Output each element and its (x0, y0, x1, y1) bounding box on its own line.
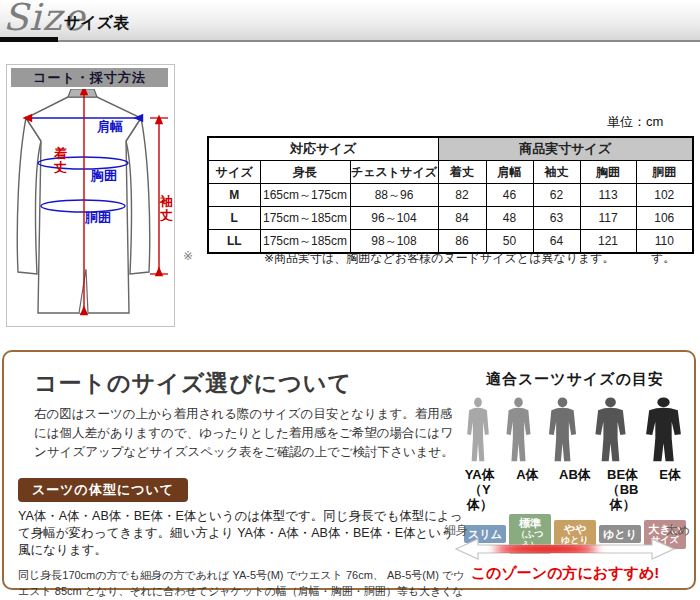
cell: L (208, 207, 260, 230)
unit-label: 単位：cm (607, 113, 663, 131)
label-shoulder-width: 肩幅 (97, 120, 123, 134)
body-type-silhouettes (456, 397, 694, 463)
col-chest: 胸囲 (580, 161, 636, 184)
guide-heading: コートのサイズ選びについて (34, 368, 458, 399)
label-waist: 胴囲 (85, 211, 111, 225)
body-type-labels: YA体 （Y体） A体 AB体 BE体 （BB体） E体 (456, 467, 694, 512)
col-size: サイズ (208, 161, 260, 184)
body-type-paragraph: YA体・A体・AB体・BE体・E体というのは体型です。同じ身長でも体型によって身… (18, 508, 463, 559)
cell: 106 (636, 207, 693, 230)
cell: 82 (438, 184, 486, 207)
cell: 48 (486, 207, 533, 230)
logo-underline (0, 37, 58, 42)
silhouette-ab-icon (545, 397, 580, 463)
label-main: BE体 (599, 467, 647, 482)
col-chest-size: チェストサイズ (350, 161, 438, 184)
size-spec-table: 対応サイズ 商品実寸サイズ サイズ 身長 チェストサイズ 着丈 肩幅 袖丈 胸囲… (207, 136, 694, 254)
silhouette-ya-icon (464, 397, 492, 463)
table-note: ※商品実寸は、胸囲などお客様のヌードサイズとは異なります。 (264, 250, 615, 267)
col-body-length: 着丈 (438, 161, 486, 184)
size-selection-guide-box: コートのサイズ選びについて 右の図はスーツの上から着用される際のサイズの目安とな… (2, 350, 696, 590)
table-note-fragment: す。 (651, 250, 675, 267)
silhouette-e-icon (641, 397, 686, 463)
example-paragraph: 同じ身長170cmの方でも細身の方であれば YA-5号(M) でウエスト 76c… (18, 567, 466, 600)
guide-text-column: コートのサイズ選びについて 右の図はスーツの上から着用される際のサイズの目安とな… (18, 362, 458, 600)
table-row: L 175cm～185cm 96～104 84 48 63 117 106 (208, 207, 693, 230)
recommend-text: このゾーンの方におすすめ! (454, 564, 676, 583)
body-type-label: E体 (646, 467, 694, 512)
col-height: 身長 (260, 161, 350, 184)
label-sub: （Y体） (456, 482, 504, 512)
cell: 102 (636, 184, 693, 207)
col-waist: 胴囲 (636, 161, 693, 184)
body-type-label: AB体 (551, 467, 599, 512)
label-sub: （BB体） (599, 482, 647, 512)
coat-back-illustration (7, 89, 174, 326)
fit-range-arrow (454, 536, 676, 562)
badge-line1: 標準 (509, 517, 551, 529)
label-body-length: 着丈 (54, 147, 69, 175)
table-group-header-row: 対応サイズ 商品実寸サイズ (208, 137, 693, 161)
col-shoulder: 肩幅 (486, 161, 533, 184)
label-sleeve-length: 袖丈 (160, 195, 175, 223)
label-chest: 胸囲 (91, 169, 117, 183)
cell: 84 (438, 207, 486, 230)
body-type-label: YA体 （Y体） (456, 467, 504, 512)
coat-measurement-diagram: コート・採寸方法 着丈 肩幅 胸囲 胴囲 袖丈 (6, 64, 175, 327)
table-row: M 165cm～175cm 88～96 82 46 62 113 102 (208, 184, 693, 207)
badge-line1: やや (554, 523, 596, 535)
cell: 62 (533, 184, 580, 207)
label-main: A体 (504, 467, 552, 482)
aside-asterisk: ※ (183, 249, 193, 263)
silhouette-be-icon (591, 397, 630, 463)
cell: 88～96 (350, 184, 438, 207)
cell: 63 (533, 207, 580, 230)
label-main: E体 (646, 467, 694, 482)
silhouette-a-icon (503, 397, 534, 463)
cell: 165cm～175cm (260, 184, 350, 207)
table-column-header-row: サイズ 身長 チェストサイズ 着丈 肩幅 袖丈 胸囲 胴囲 (208, 161, 693, 184)
cell: M (208, 184, 260, 207)
cell: LL (208, 230, 260, 254)
body-type-badge: スーツの体型について (18, 478, 188, 502)
cell: 117 (580, 207, 636, 230)
guide-intro-paragraph: 右の図はスーツの上から着用される際のサイズの目安となります。着用感には個人差があ… (34, 405, 454, 462)
diagram-title: コート・採寸方法 (11, 68, 168, 87)
group-header-actual: 商品実寸サイズ (438, 137, 693, 161)
page-title: サイズ表 (64, 13, 129, 34)
label-main: AB体 (551, 467, 599, 482)
cell: 96～104 (350, 207, 438, 230)
cell: 175cm～185cm (260, 207, 350, 230)
fit-chart-title: 適合スーツサイズの目安 (456, 370, 694, 389)
cell: 113 (580, 184, 636, 207)
body-type-label: BE体 （BB体） (599, 467, 647, 512)
cell: 46 (486, 184, 533, 207)
fit-chart-column: 適合スーツサイズの目安 (456, 366, 694, 554)
body-type-label: A体 (504, 467, 552, 512)
label-main: YA体 (456, 467, 504, 482)
col-sleeve: 袖丈 (533, 161, 580, 184)
group-header-support: 対応サイズ (208, 137, 438, 161)
